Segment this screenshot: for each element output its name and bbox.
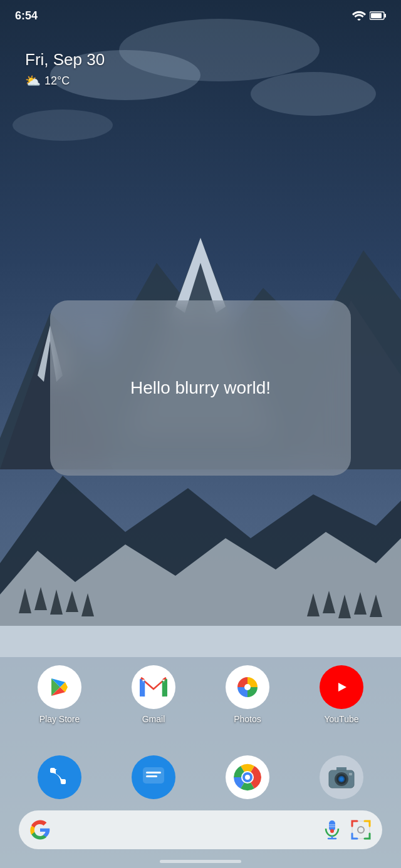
svg-point-51 bbox=[340, 777, 343, 781]
status-icons bbox=[352, 11, 386, 21]
blur-widget: Hello blurry world! bbox=[50, 300, 351, 476]
play-store-icon[interactable] bbox=[38, 665, 81, 709]
search-lens-button[interactable] bbox=[350, 819, 372, 841]
svg-rect-60 bbox=[352, 821, 370, 839]
svg-rect-28 bbox=[140, 679, 142, 697]
dock-row bbox=[0, 755, 401, 799]
wifi-icon bbox=[352, 11, 366, 21]
app-item-photos[interactable]: Photos bbox=[226, 665, 269, 724]
app-item-chrome[interactable] bbox=[226, 755, 269, 799]
battery-icon bbox=[370, 11, 386, 20]
chrome-icon[interactable] bbox=[226, 755, 269, 799]
svg-point-4 bbox=[13, 110, 113, 141]
date-text: Fri, Sep 30 bbox=[25, 50, 105, 69]
weather-icon: ⛅ bbox=[25, 73, 41, 88]
photos-icon[interactable] bbox=[226, 665, 269, 709]
svg-rect-26 bbox=[371, 13, 382, 18]
app-row: Play Store bbox=[0, 665, 401, 724]
temperature: 12°C bbox=[44, 74, 70, 88]
svg-point-3 bbox=[251, 72, 376, 116]
app-item-messages[interactable] bbox=[132, 755, 175, 799]
svg-rect-40 bbox=[146, 772, 161, 774]
home-indicator[interactable] bbox=[160, 860, 241, 863]
svg-point-61 bbox=[358, 827, 364, 833]
youtube-icon[interactable] bbox=[320, 665, 363, 709]
svg-rect-25 bbox=[385, 14, 387, 18]
date-weather-widget: Fri, Sep 30 ⛅ 12°C bbox=[25, 50, 105, 88]
status-time: 6:54 bbox=[15, 9, 38, 23]
svg-rect-29 bbox=[165, 679, 167, 697]
photos-label: Photos bbox=[234, 714, 261, 724]
phone-icon[interactable] bbox=[38, 755, 81, 799]
svg-rect-41 bbox=[146, 775, 157, 777]
app-item-youtube[interactable]: YouTube bbox=[320, 665, 363, 724]
gmail-label: Gmail bbox=[142, 714, 165, 724]
youtube-label: YouTube bbox=[324, 714, 358, 724]
svg-point-35 bbox=[244, 684, 251, 690]
svg-rect-52 bbox=[349, 773, 352, 775]
app-item-camera[interactable] bbox=[320, 755, 363, 799]
camera-icon[interactable] bbox=[320, 755, 363, 799]
google-g-logo bbox=[29, 819, 51, 841]
blur-widget-text: Hello blurry world! bbox=[130, 378, 271, 398]
svg-point-45 bbox=[245, 775, 250, 780]
app-item-play-store[interactable]: Play Store bbox=[38, 665, 81, 724]
svg-point-59 bbox=[330, 829, 334, 833]
gmail-icon[interactable] bbox=[132, 665, 175, 709]
messages-icon[interactable] bbox=[132, 755, 175, 799]
app-item-phone[interactable] bbox=[38, 755, 81, 799]
search-bar[interactable] bbox=[19, 810, 382, 849]
app-item-gmail[interactable]: Gmail bbox=[132, 665, 175, 724]
status-bar: 6:54 bbox=[0, 0, 401, 31]
weather-row: ⛅ 12°C bbox=[25, 73, 105, 88]
play-store-label: Play Store bbox=[39, 714, 80, 724]
search-mic-button[interactable] bbox=[321, 819, 343, 841]
